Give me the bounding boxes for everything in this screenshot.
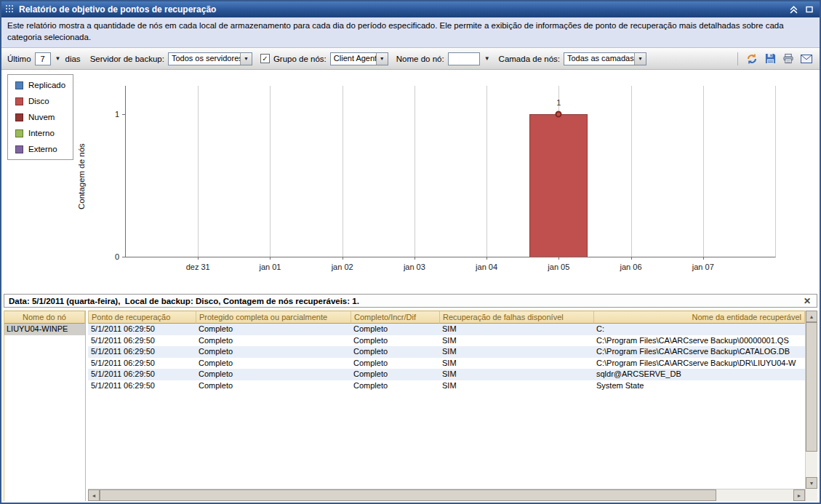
x-tick-mark	[703, 257, 704, 260]
x-tick-mark	[631, 257, 632, 260]
refresh-button[interactable]	[745, 52, 759, 66]
column-header-recovery-point[interactable]: Ponto de recuperação	[89, 311, 196, 324]
drag-handle-icon[interactable]	[6, 5, 15, 14]
nuvem-swatch-icon	[15, 113, 23, 121]
chart-section: ReplicadoDiscoNuvemInternoExterno Contag…	[1, 70, 820, 294]
detail-summary-text: Data: 5/1/2011 (quarta-feira), Local de …	[9, 297, 359, 305]
table-row[interactable]: 5/1/2011 06:29:50CompletoCompletoSIMC:\P…	[88, 335, 805, 347]
days-dropdown-icon[interactable]: ▼	[55, 55, 62, 62]
email-button[interactable]	[799, 52, 814, 66]
node-tier-select[interactable]: Todas as camadas ▼	[564, 52, 646, 65]
table-cell: 5/1/2011 06:29:50	[88, 358, 196, 369]
node-group-checkbox[interactable]: ✓	[260, 54, 270, 63]
titlebar: Relatório de objetivo de pontos de recup…	[1, 1, 820, 17]
vertical-scrollbar-thumb[interactable]	[806, 322, 817, 452]
scroll-up-icon[interactable]: ▲	[806, 311, 817, 322]
table-cell: Completo	[351, 380, 439, 392]
horizontal-scrollbar-thumb[interactable]	[100, 489, 716, 501]
chevron-down-icon[interactable]: ▼	[634, 53, 646, 65]
column-header-full-incr-diff[interactable]: Completo/Incr/Dif	[351, 311, 440, 324]
legend-label: Nuvem	[28, 113, 55, 121]
node-name-dropdown-icon[interactable]: ▼	[484, 55, 491, 62]
node-group-select[interactable]: Client Agent ▼	[330, 52, 388, 65]
table-cell: Completo	[351, 369, 439, 380]
legend-item: Nuvem	[15, 113, 65, 121]
horizontal-scrollbar[interactable]: ◄ ►	[88, 489, 805, 501]
report-description: Este relatório mostra a quantidade de nó…	[1, 17, 820, 48]
node-name-label: Nome do nó:	[396, 55, 444, 63]
disco-swatch-icon	[15, 97, 23, 105]
node-name-cell[interactable]: LIUYU04-WINPE	[4, 324, 85, 335]
scroll-right-icon[interactable]: ►	[793, 489, 805, 501]
x-tick-mark	[343, 257, 343, 260]
x-tick-label: jan 03	[404, 263, 425, 271]
x-tick-mark	[414, 257, 415, 260]
table-row[interactable]: 5/1/2011 06:29:50CompletoCompletoSIMC:\P…	[88, 346, 805, 358]
days-value-box[interactable]: 7	[35, 52, 51, 65]
externo-swatch-icon	[15, 145, 23, 153]
print-button[interactable]	[781, 52, 796, 66]
node-group-value: Client Agent	[331, 53, 376, 65]
chart-bar[interactable]	[529, 114, 588, 257]
backup-server-select[interactable]: Todos os servidores ▼	[168, 52, 252, 65]
x-tick-label: jan 05	[548, 263, 569, 271]
replicado-swatch-icon	[15, 81, 23, 89]
data-point-marker[interactable]	[556, 111, 562, 118]
table-cell: SIM	[439, 369, 593, 380]
gridline	[631, 86, 632, 257]
table-cell: Completo	[351, 358, 439, 369]
table-cell: 5/1/2011 06:29:50	[88, 380, 196, 392]
chevron-down-icon[interactable]: ▼	[376, 53, 388, 65]
table-cell: 5/1/2011 06:29:50	[88, 346, 196, 358]
x-tick-mark	[486, 257, 487, 260]
chevron-down-icon[interactable]: ▼	[240, 53, 252, 65]
table-row[interactable]: 5/1/2011 06:29:50CompletoCompletoSIMsqld…	[88, 369, 805, 380]
node-column-header[interactable]: Nome do nó	[4, 311, 85, 324]
detail-panel: Data: 5/1/2011 (quarta-feira), Local de …	[1, 294, 820, 503]
table-cell: 5/1/2011 06:29:50	[88, 335, 196, 347]
maximize-icon[interactable]	[804, 4, 815, 15]
horizontal-scrollbar-track[interactable]	[716, 489, 793, 501]
table-cell: Completo	[196, 358, 351, 369]
collapse-icon[interactable]	[788, 4, 799, 15]
table-cell: 5/1/2011 06:29:50	[88, 324, 196, 335]
node-column: Nome do nó LIUYU04-WINPE	[4, 311, 86, 501]
node-tier-value: Todas as camadas	[564, 53, 634, 65]
node-name-input[interactable]	[448, 52, 480, 65]
scrollbar-corner	[806, 489, 817, 501]
vertical-scrollbar[interactable]: ▲ ▼	[805, 311, 817, 501]
table-cell: SIM	[439, 335, 593, 347]
column-header-recoverable-entity[interactable]: Nome da entidade recuperável	[594, 311, 805, 324]
last-label: Último	[7, 55, 31, 63]
vertical-scrollbar-track[interactable]	[806, 452, 817, 477]
table-cell: Completo	[196, 346, 351, 358]
x-tick-label: jan 04	[476, 263, 497, 271]
table-row[interactable]: 5/1/2011 06:29:50CompletoCompletoSIMC:\P…	[88, 358, 805, 369]
gridline	[414, 86, 415, 257]
scroll-down-icon[interactable]: ▼	[806, 477, 817, 489]
save-button[interactable]	[763, 52, 777, 66]
close-icon[interactable]: ✕	[802, 296, 812, 306]
column-header-protected[interactable]: Protegido completa ou parcialmente	[196, 311, 351, 324]
scroll-left-icon[interactable]: ◄	[88, 489, 100, 501]
plot: dez 31jan 01jan 02jan 03jan 04jan 05jan …	[125, 86, 776, 257]
table-cell: Completo	[351, 335, 439, 347]
table-cell: Completo	[196, 380, 351, 392]
table-cell: Completo	[196, 369, 351, 380]
x-tick-label: jan 07	[692, 263, 714, 271]
column-header-dr-available[interactable]: Recuperação de falhas disponível	[440, 311, 594, 324]
table-cell: Completo	[196, 324, 351, 335]
x-tick-label: jan 06	[620, 263, 642, 271]
bar-value-label: 1	[556, 98, 561, 107]
x-tick-mark	[270, 257, 271, 260]
table-row[interactable]: 5/1/2011 06:29:50CompletoCompletoSIMC:	[88, 324, 805, 335]
table-row[interactable]: 5/1/2011 06:29:50CompletoCompletoSIMSyst…	[88, 380, 805, 392]
table-cell: C:	[593, 324, 805, 335]
y-axis-label: Contagem de nós	[77, 143, 86, 209]
interno-swatch-icon	[15, 129, 23, 137]
gridline	[198, 86, 199, 257]
gridline	[270, 86, 271, 257]
node-tier-label: Camada de nós:	[499, 55, 560, 63]
backup-server-label: Servidor de backup:	[90, 55, 164, 63]
table-cell: Completo	[351, 346, 439, 358]
